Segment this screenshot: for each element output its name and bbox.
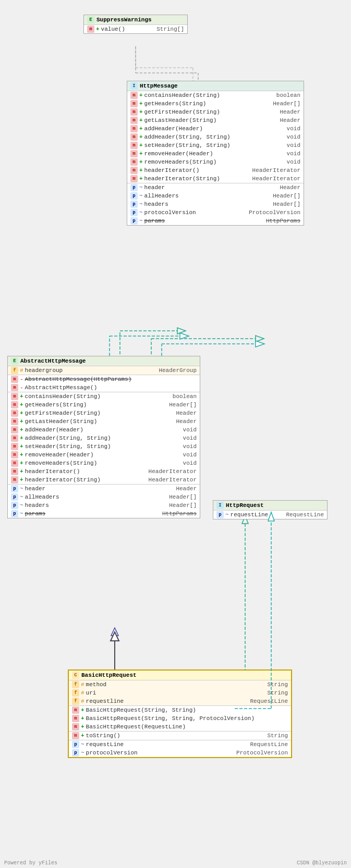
method-icon: m xyxy=(11,451,18,458)
method-icon: m xyxy=(130,133,138,141)
row-name: header xyxy=(144,184,279,191)
vis-icon: ~ xyxy=(139,209,143,216)
vis-icon: - xyxy=(20,376,23,382)
prop-icon: p xyxy=(72,749,79,757)
footer: Powered by yFiles CSDN @blyezuopin xyxy=(0,860,351,866)
row-name: AbstractHttpMessage() xyxy=(25,385,195,391)
row-type: String xyxy=(267,690,288,696)
http-message-type-icon: I xyxy=(130,82,138,90)
svg-marker-19 xyxy=(180,333,189,339)
row-type: Header xyxy=(176,486,197,492)
row-type: void xyxy=(183,443,197,450)
abstract-http-message-header: E AbstractHttpMessage xyxy=(8,356,200,366)
method-icon: m xyxy=(11,468,18,475)
row-name: params xyxy=(25,511,161,517)
abstract-type-icon: E xyxy=(11,357,18,365)
row-type: Header[] xyxy=(273,201,300,207)
vis-icon: # xyxy=(81,698,84,704)
vis-icon: + xyxy=(139,142,143,148)
row-type: RequestLine xyxy=(250,741,288,748)
footer-right: CSDN @blyezuopin xyxy=(297,860,347,866)
row-type: void xyxy=(183,460,197,466)
table-row: m + removeHeaders(String) void xyxy=(8,459,200,467)
field-icon: f xyxy=(72,698,79,705)
row-name: getFirstHeader(String) xyxy=(144,109,279,115)
vis-icon: + xyxy=(20,402,23,408)
table-row: m + getHeaders(String) Header[] xyxy=(127,100,304,108)
vis-icon: + xyxy=(139,167,143,173)
vis-icon: + xyxy=(139,117,143,123)
row-type: void xyxy=(287,134,300,140)
svg-marker-8 xyxy=(256,336,264,342)
method-icon: m xyxy=(87,26,94,33)
row-name: uri xyxy=(86,690,266,696)
prop-icon: p xyxy=(130,192,138,200)
method-icon: m xyxy=(130,150,138,157)
basic-methods: m + toString() String xyxy=(69,731,291,740)
table-row: m + getLastHeader(String) Header xyxy=(127,116,304,125)
table-row: m + removeHeader(Header) void xyxy=(8,451,200,459)
table-row: m + removeHeader(Header) void xyxy=(127,150,304,158)
row-type: Header xyxy=(176,410,197,416)
prop-icon: p xyxy=(130,184,138,191)
vis-icon: + xyxy=(139,159,143,165)
prop-icon: p xyxy=(11,510,18,517)
row-type: void xyxy=(287,151,300,157)
method-icon: m xyxy=(11,426,18,433)
vis-icon: + xyxy=(20,452,23,458)
table-row: m + getHeaders(String) Header[] xyxy=(8,401,200,409)
method-icon: m xyxy=(130,175,138,182)
table-row: m + BasicHttpRequest(String, String) xyxy=(69,706,291,714)
vis-icon: + xyxy=(139,101,143,107)
svg-marker-5 xyxy=(177,328,186,334)
row-name: getHeaders(String) xyxy=(144,101,272,107)
vis-icon: + xyxy=(20,418,23,425)
method-icon: m xyxy=(72,732,79,739)
row-type: HeaderGroup xyxy=(159,367,197,374)
method-icon: m xyxy=(11,410,18,417)
vis-icon: + xyxy=(139,109,143,115)
row-name: BasicHttpRequest(String, String) xyxy=(86,707,286,713)
table-row: p ~ headers Header[] xyxy=(8,501,200,510)
prop-icon: p xyxy=(130,201,138,208)
ctor-icon: m xyxy=(11,376,18,383)
row-name: headergroup xyxy=(25,367,158,374)
vis-icon: + xyxy=(20,393,23,400)
basic-http-request-header: C BasicHttpRequest xyxy=(69,671,291,680)
table-row: p ~ header Header xyxy=(127,183,304,192)
ctor-icon: m xyxy=(72,723,79,730)
table-row: f # uri String xyxy=(69,689,291,697)
basic-props: p ~ requestLine RequestLine p ~ protocol… xyxy=(69,740,291,757)
row-name: removeHeader(Header) xyxy=(144,151,285,157)
table-row: p ~ allHeaders Header[] xyxy=(8,493,200,501)
table-row: p ~ allHeaders Header[] xyxy=(127,192,304,200)
field-icon: f xyxy=(11,367,18,374)
row-name: requestLine xyxy=(86,741,249,748)
prop-icon: p xyxy=(72,741,79,748)
row-name: getLastHeader(String) xyxy=(25,418,175,425)
row-name: addHeader(Header) xyxy=(144,126,285,132)
diagram-container: E SuppressWarnings m + value() String[] … xyxy=(0,0,351,868)
vis-icon: + xyxy=(20,460,23,466)
row-name: allHeaders xyxy=(144,193,272,199)
vis-icon: + xyxy=(20,435,23,441)
row-name: protocolVersion xyxy=(86,750,235,756)
row-name: containsHeader(String) xyxy=(25,393,171,400)
row-type: HeaderIterator xyxy=(252,167,300,173)
method-icon: m xyxy=(130,100,138,107)
table-row: m + value() String[] xyxy=(84,25,187,33)
svg-marker-22 xyxy=(256,341,264,347)
vis-icon: + xyxy=(81,715,84,722)
table-row: m - AbstractHttpMessage(HttpParams) xyxy=(8,375,200,383)
ctor-icon: m xyxy=(11,384,18,391)
row-name: protocolVersion xyxy=(144,209,247,216)
prop-icon: p xyxy=(130,209,138,216)
row-name: headers xyxy=(144,201,272,207)
table-row: m + headerIterator() HeaderIterator xyxy=(127,166,304,175)
http-message-box: I HttpMessage m + containsHeader(String)… xyxy=(127,81,304,226)
row-name: toString() xyxy=(86,733,266,739)
table-row: p ~ requestLine RequestLine xyxy=(213,511,327,519)
table-row: m + removeHeaders(String) void xyxy=(127,158,304,166)
method-icon: m xyxy=(11,401,18,408)
row-name: getHeaders(String) xyxy=(25,402,168,408)
